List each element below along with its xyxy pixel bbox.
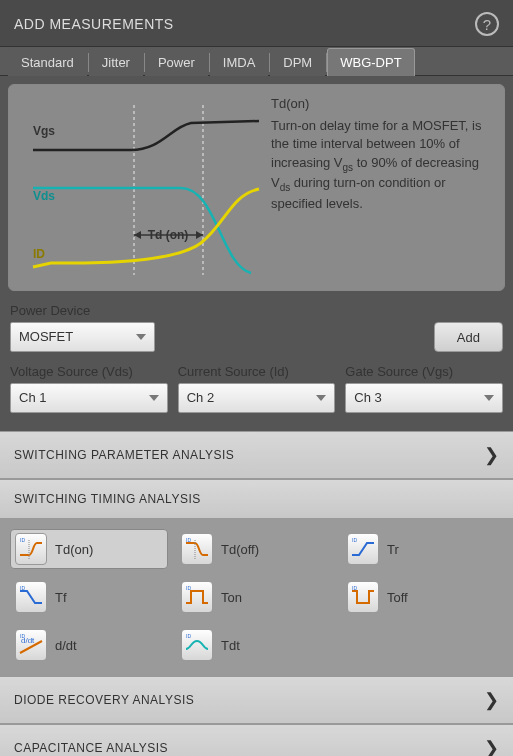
switching-timing-body: IDTd(on)IDTd(off)IDTrIDTfIDTonIDToffIDd/… [0, 518, 513, 676]
id-label: Current Source (Id) [178, 364, 336, 379]
svg-marker-4 [196, 231, 203, 239]
measurement-label: Ton [221, 590, 242, 605]
chevron-right-icon: ❯ [484, 444, 500, 466]
accordion-label: DIODE RECOVERY ANALYSIS [14, 693, 194, 707]
svg-marker-3 [134, 231, 141, 239]
svg-text:ID: ID [20, 537, 25, 543]
measurement-item-ddt[interactable]: IDd/dtd/dt [10, 625, 168, 665]
ton-icon: ID [181, 581, 213, 613]
toff-icon: ID [347, 581, 379, 613]
chevron-right-icon: ❯ [484, 737, 500, 756]
measurement-item-ton[interactable]: IDTon [176, 577, 334, 617]
accordion-capacitance[interactable]: CAPACITANCE ANALYSIS ❯ [0, 724, 513, 756]
vds-label: Voltage Source (Vds) [10, 364, 168, 379]
id-select[interactable]: Ch 2 [178, 383, 336, 413]
measurement-label: Tf [55, 590, 67, 605]
svg-text:Vgs: Vgs [33, 124, 55, 138]
vgs-label: Gate Source (Vgs) [345, 364, 503, 379]
tdt-icon: ID [181, 629, 213, 661]
accordion-switching-parameter[interactable]: SWITCHING PARAMETER ANALYSIS ❯ [0, 431, 513, 479]
power-device-select[interactable]: MOSFET [10, 322, 155, 352]
tab-power[interactable]: Power [145, 48, 208, 76]
content-area: Td (on) Vgs Vds ID Td(on) Turn-on delay … [0, 84, 513, 756]
measurement-item-td-on[interactable]: IDTd(on) [10, 529, 168, 569]
tab-standard[interactable]: Standard [8, 48, 87, 76]
svg-text:Vds: Vds [33, 189, 55, 203]
svg-text:ID: ID [352, 537, 357, 543]
svg-text:ID: ID [186, 633, 191, 639]
diagram-body-text: Turn-on delay time for a MOSFET, is the … [271, 117, 492, 213]
tab-dpm[interactable]: DPM [270, 48, 325, 76]
accordion-label: SWITCHING PARAMETER ANALYSIS [14, 448, 234, 462]
tab-imda[interactable]: IMDA [210, 48, 269, 76]
measurement-grid: IDTd(on)IDTd(off)IDTrIDTfIDTonIDToffIDd/… [10, 529, 503, 665]
measurement-label: Td(on) [55, 542, 93, 557]
page-title: ADD MEASUREMENTS [14, 16, 174, 32]
accordion-label: CAPACITANCE ANALYSIS [14, 741, 168, 755]
measurement-label: d/dt [55, 638, 77, 653]
measurement-label: Tr [387, 542, 399, 557]
waveform-diagram: Td (on) Vgs Vds ID [21, 95, 261, 280]
svg-text:d/dt: d/dt [21, 636, 35, 645]
measurement-item-tdt[interactable]: IDTdt [176, 625, 334, 665]
measurement-label: Tdt [221, 638, 240, 653]
diagram-description: Td(on) Turn-on delay time for a MOSFET, … [271, 95, 492, 280]
tab-wbg-dpt[interactable]: WBG-DPT [327, 48, 414, 76]
header: ADD MEASUREMENTS ? [0, 0, 513, 47]
diagram-title: Td(on) [271, 95, 492, 113]
td-on-icon: ID [15, 533, 47, 565]
svg-text:Td (on): Td (on) [148, 228, 189, 242]
measurement-label: Td(off) [221, 542, 259, 557]
config-form: Power Device MOSFET Add Voltage Source (… [0, 299, 513, 431]
tf-icon: ID [15, 581, 47, 613]
measurement-item-tr[interactable]: IDTr [342, 529, 500, 569]
power-device-label: Power Device [10, 303, 155, 318]
accordion-diode-recovery[interactable]: DIODE RECOVERY ANALYSIS ❯ [0, 676, 513, 724]
td-off-icon: ID [181, 533, 213, 565]
accordion-switching-timing[interactable]: SWITCHING TIMING ANALYSIS [0, 479, 513, 518]
chevron-right-icon: ❯ [484, 689, 500, 711]
vgs-select[interactable]: Ch 3 [345, 383, 503, 413]
measurement-diagram-panel: Td (on) Vgs Vds ID Td(on) Turn-on delay … [8, 84, 505, 291]
svg-text:ID: ID [33, 247, 45, 261]
tab-bar: Standard Jitter Power IMDA DPM WBG-DPT [0, 47, 513, 76]
measurement-item-toff[interactable]: IDToff [342, 577, 500, 617]
tr-icon: ID [347, 533, 379, 565]
tab-jitter[interactable]: Jitter [89, 48, 143, 76]
accordion-label: SWITCHING TIMING ANALYSIS [14, 492, 201, 506]
measurement-item-td-off[interactable]: IDTd(off) [176, 529, 334, 569]
help-icon[interactable]: ? [475, 12, 499, 36]
measurement-label: Toff [387, 590, 408, 605]
add-button[interactable]: Add [434, 322, 503, 352]
ddt-icon: IDd/dt [15, 629, 47, 661]
vds-select[interactable]: Ch 1 [10, 383, 168, 413]
measurement-item-tf[interactable]: IDTf [10, 577, 168, 617]
